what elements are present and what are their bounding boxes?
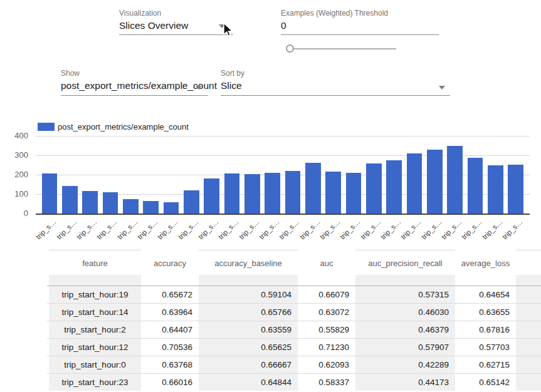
clipped-column-cell [516,286,541,303]
y-gridline [36,136,530,137]
metric-cell: 0.66079 [298,286,355,303]
bar[interactable] [468,158,483,214]
clipped-column-cell [516,321,541,338]
metric-cell: 0.62093 [298,356,355,373]
table-row: trip_start_hour:120.705360.656250.712300… [47,338,541,356]
metric-cell: 0.65625 [199,338,298,356]
feature-cell: trip_start_hour:2 [49,321,141,338]
metric-cell: 0.67816 [455,321,516,338]
bar[interactable] [386,160,402,214]
clipped-column-cell [516,338,541,356]
bar[interactable] [224,173,240,214]
column-header-accuracy-baseline[interactable]: accuracy_baseline [199,251,298,275]
metric-cell: 0.46030 [355,303,455,321]
metric-cell: 0.42289 [355,356,455,373]
bar[interactable] [164,202,179,214]
bar[interactable] [285,171,301,214]
feature-cell: trip_start_hour:0 [49,356,141,373]
feature-cell: trip_start_hour:19 [49,286,141,303]
y-axis-tick-label: 200 [6,170,28,179]
y-axis-tick-label: 400 [6,131,28,140]
bar[interactable] [62,186,78,214]
column-header-average-loss[interactable]: average_loss [455,251,516,275]
metric-cell: 0.64844 [199,373,298,391]
metric-cell: 0.46379 [355,321,455,338]
metric-cell: 0.70536 [141,338,199,356]
metric-cell: 0.65766 [199,303,298,321]
bar[interactable] [42,173,58,214]
column-header-accuracy[interactable]: accuracy [141,251,199,275]
bar[interactable] [407,153,423,214]
y-gridline [36,214,530,215]
y-axis-tick-label: 100 [6,189,28,199]
metric-cell: 0.57907 [355,338,455,356]
metric-cell: 0.63964 [141,303,199,321]
y-axis-tick-label: 0 [6,209,28,218]
metrics-table: feature accuracy accuracy_baseline auc a… [47,249,541,391]
legend-swatch [38,123,55,131]
bar[interactable] [488,165,503,214]
clipped-column-cell [516,303,541,321]
bar[interactable] [82,191,98,214]
metric-cell: 0.63072 [298,303,355,321]
column-header-auc[interactable]: auc [298,251,355,275]
feature-cell: trip_start_hour:14 [49,303,141,321]
metric-cell: 0.57703 [455,338,516,356]
bar[interactable] [427,150,443,214]
bar[interactable] [204,178,219,214]
bar[interactable] [184,190,199,214]
table-row: trip_start_hour:190.656720.591040.660790… [47,286,541,303]
bar[interactable] [103,192,118,214]
table-row: trip_start_hour:00.637680.666670.620930.… [47,356,541,373]
table-row: trip_start_hour:140.639640.657660.630720… [47,303,541,321]
legend-label: post_export_metrics/example_count [58,122,189,132]
table-header-row: feature accuracy accuracy_baseline auc a… [47,251,541,275]
column-header-feature[interactable]: feature [49,251,141,275]
bar[interactable] [508,165,523,214]
table-row: trip_start_hour:20.644070.635590.558290.… [47,321,541,338]
bar[interactable] [305,163,321,214]
bar[interactable] [123,199,139,214]
table-row: trip_start_hour:230.660160.648440.583370… [47,373,541,391]
metric-cell: 0.63655 [455,303,516,321]
column-header-auc-precision-recall[interactable]: auc_precision_recall [355,251,455,275]
bar[interactable] [447,146,463,214]
bar[interactable] [244,174,260,214]
y-axis-tick-label: 300 [6,150,28,160]
metric-cell: 0.66667 [199,356,298,373]
metric-cell: 0.55829 [298,321,355,338]
metric-cell: 0.63768 [141,356,199,373]
bar[interactable] [143,201,159,214]
clipped-column-cell [516,373,541,391]
bar[interactable] [346,173,362,214]
metric-cell: 0.65142 [455,373,516,391]
bar[interactable] [265,173,280,214]
slices-bar-chart: post_export_metrics/example_count 400300… [0,0,541,250]
metric-cell: 0.58337 [298,373,355,391]
metric-cell: 0.71230 [298,338,355,356]
metric-cell: 0.44173 [355,373,455,391]
metric-cell: 0.64407 [141,321,199,338]
metric-cell: 0.65672 [141,286,199,303]
bar[interactable] [366,163,382,214]
metric-cell: 0.63559 [199,321,298,338]
feature-cell: trip_start_hour:23 [49,373,141,391]
metric-cell: 0.59104 [199,286,298,303]
bar[interactable] [325,172,341,214]
metric-cell: 0.57315 [355,286,455,303]
table-filter-row [47,275,541,286]
clipped-column-cell [516,356,541,373]
metric-cell: 0.66016 [141,373,199,391]
metric-cell: 0.62715 [455,356,516,373]
feature-cell: trip_start_hour:12 [49,338,141,356]
metric-cell: 0.64654 [455,286,516,303]
